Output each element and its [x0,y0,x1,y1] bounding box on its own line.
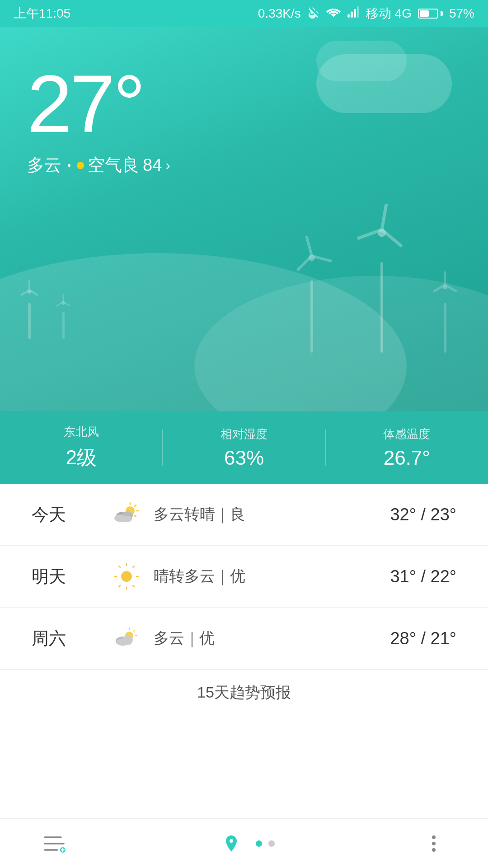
svg-point-13 [121,571,132,582]
bottom-nav [0,818,488,868]
condition-text: 多云 [27,154,61,177]
forecast-icon-0 [104,501,149,528]
wifi-icon [326,6,341,22]
wind-label: 东北风 [64,424,99,440]
temperature-display: 27° [27,63,170,145]
cloud-decoration-2 [316,41,407,81]
signal-icon [347,6,360,22]
svg-line-6 [135,505,136,506]
svg-point-35 [432,835,436,839]
feels-like-label: 体感温度 [383,426,430,442]
wind-value: 2级 [66,444,96,471]
humidity-value: 63% [224,447,264,469]
nav-more-button[interactable] [416,826,452,862]
carrier-network: 移动 4G [366,5,412,22]
mute-icon [307,6,320,22]
battery-percent: 57% [449,6,474,21]
divider [68,164,70,167]
svg-line-21 [119,566,120,567]
chevron-right-icon: › [165,157,170,174]
weather-description: 多云 空气良 84 › [27,154,170,177]
forecast-day-0: 今天 [32,503,104,526]
forecast-item-tomorrow[interactable]: 明天 晴转多云｜优 31° / 22° [0,546,488,608]
forecast-icon-1 [104,563,149,590]
svg-line-15 [133,566,134,567]
hero-content: 27° 多云 空气良 84 › [27,63,170,177]
nav-dot-2 [268,840,275,847]
forecast-list: 今天 多云转晴｜良 32° / 23° 明天 [0,484,488,715]
svg-rect-3 [357,6,359,17]
forecast-more-button[interactable]: 15天趋势预报 [0,670,488,715]
forecast-item-saturday[interactable]: 周六 多云｜优 28° / 21° [0,608,488,670]
humidity-stat: 相对湿度 63% [163,426,325,469]
status-right: 0.33K/s 移动 4G [258,5,474,22]
forecast-temp-2: 28° / 21° [390,629,456,648]
svg-line-19 [119,585,120,587]
status-bar: 上午11:05 0.33K/s 移动 4G [0,0,488,27]
feels-like-value: 26.7° [384,447,430,469]
svg-line-24 [134,630,135,631]
svg-point-36 [432,842,436,845]
wind-stat: 东北风 2级 [0,424,162,471]
forecast-condition-1: 晴转多云｜优 [149,566,390,587]
turbines-left [18,280,72,339]
network-speed: 0.33K/s [258,6,301,21]
nav-menu-button[interactable] [36,826,72,862]
forecast-condition-0: 多云转晴｜良 [149,504,390,525]
nav-location-button[interactable] [213,826,249,862]
feels-like-stat: 体感温度 26.7° [326,426,488,469]
svg-rect-2 [354,9,356,18]
turbines-right [289,203,461,353]
svg-rect-28 [117,639,132,645]
forecast-item-today[interactable]: 今天 多云转晴｜良 32° / 23° [0,484,488,546]
forecast-temp-0: 32° / 23° [390,505,456,524]
forecast-more-label: 15天趋势预报 [197,682,291,703]
weather-stats: 东北风 2级 相对湿度 63% 体感温度 26.7° [0,411,488,484]
aqi-dot [77,162,84,169]
svg-line-8 [135,515,136,517]
svg-rect-12 [117,516,132,522]
nav-dot-1 [256,840,262,847]
forecast-temp-1: 31° / 22° [390,567,456,586]
svg-rect-1 [351,11,353,17]
humidity-label: 相对湿度 [221,426,267,442]
status-time: 上午11:05 [14,5,70,22]
aqi-label: 空气良 [88,154,139,177]
svg-point-37 [432,848,436,852]
forecast-day-2: 周六 [32,627,104,650]
forecast-day-1: 明天 [32,565,104,588]
air-quality[interactable]: 空气良 84 › [77,154,170,177]
forecast-condition-2: 多云｜优 [149,628,390,649]
svg-line-17 [133,585,134,587]
nav-page-indicator [213,826,275,862]
svg-rect-0 [347,14,350,17]
battery-indicator [418,9,443,19]
aqi-value: 84 [143,156,162,175]
weather-hero: 27° 多云 空气良 84 › [0,27,488,411]
forecast-icon-2 [104,625,149,652]
